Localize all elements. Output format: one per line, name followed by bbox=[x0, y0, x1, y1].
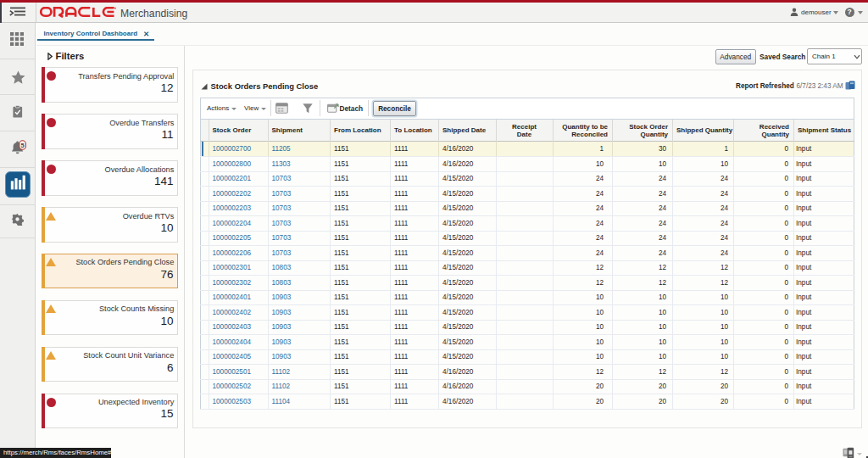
svg-text:5: 5 bbox=[21, 142, 25, 149]
